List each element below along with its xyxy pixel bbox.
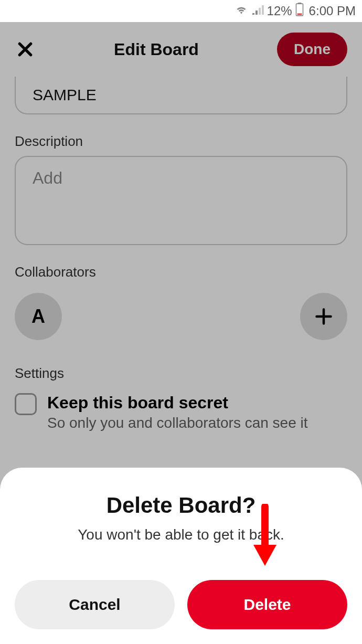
modal-subtitle: You won't be able to get it back. bbox=[15, 526, 347, 543]
battery-percent: 12% bbox=[267, 4, 292, 18]
status-bar: 12% 6:00 PM bbox=[0, 0, 362, 22]
signal-icon bbox=[251, 4, 264, 18]
modal-button-row: Cancel Delete bbox=[15, 580, 347, 629]
delete-button[interactable]: Delete bbox=[187, 580, 347, 629]
wifi-icon bbox=[235, 4, 248, 18]
delete-confirm-modal: Delete Board? You won't be able to get i… bbox=[0, 468, 362, 644]
battery-icon bbox=[295, 3, 304, 19]
status-time: 6:00 PM bbox=[309, 4, 356, 18]
cancel-button[interactable]: Cancel bbox=[15, 580, 175, 629]
modal-title: Delete Board? bbox=[15, 493, 347, 518]
svg-rect-2 bbox=[297, 14, 302, 15]
